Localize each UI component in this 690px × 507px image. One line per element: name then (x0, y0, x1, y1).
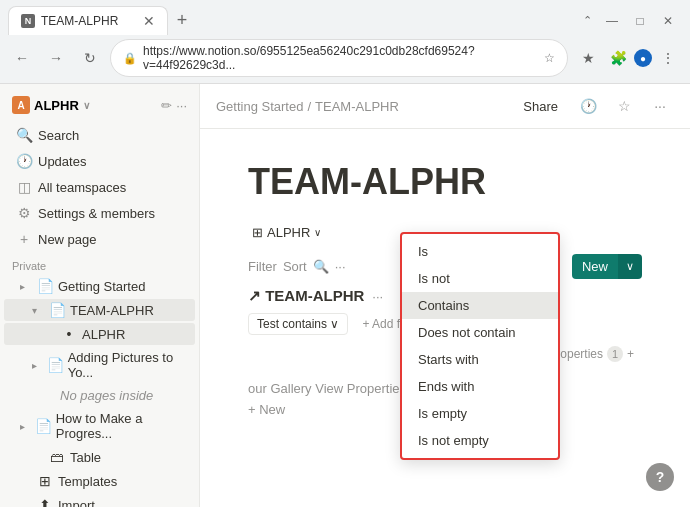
label-table: Table (70, 450, 101, 465)
sidebar-item-search[interactable]: 🔍 Search (4, 123, 195, 147)
url-text: https://www.notion.so/6955125ea56240c291… (143, 44, 538, 72)
sort-label[interactable]: Sort (283, 259, 307, 274)
dropdown-item-ends-with[interactable]: Ends with (402, 373, 558, 400)
dropdown-item-is-not[interactable]: Is not (402, 265, 558, 292)
icon-templates: ⊞ (36, 473, 54, 489)
more-browser-actions[interactable]: ⋮ (654, 44, 682, 72)
sidebar-label-search: Search (38, 128, 79, 143)
props-add-icon[interactable]: + (627, 347, 634, 361)
sidebar-item-settings[interactable]: ⚙ Settings & members (4, 201, 195, 225)
dropdown-item-does-not-contain[interactable]: Does not contain (402, 319, 558, 346)
more-icon[interactable]: ··· (646, 92, 674, 120)
tree-item-table[interactable]: 🗃 Table (4, 446, 195, 468)
breadcrumb-sep: / (307, 99, 311, 114)
bookmark-icon[interactable]: ☆ (544, 51, 555, 65)
sidebar-more-icon[interactable]: ··· (176, 98, 187, 113)
label-getting-started: Getting Started (58, 279, 145, 294)
icon-import: ⬆ (36, 497, 54, 507)
workspace-name[interactable]: A ALPHR ∨ (12, 96, 90, 114)
tree-item-templates[interactable]: ⊞ Templates (4, 470, 195, 492)
edit-icon[interactable]: ✏ (161, 98, 172, 113)
clock-icon[interactable]: 🕐 (574, 92, 602, 120)
dropdown-item-contains[interactable]: Contains (402, 292, 558, 319)
active-tab[interactable]: N TEAM-ALPHR ✕ (8, 6, 168, 35)
dropdown-item-is[interactable]: Is (402, 238, 558, 265)
tree-item-how-to-make[interactable]: ▸ 📄 How to Make a Progres... (4, 408, 195, 444)
settings-icon: ⚙ (16, 205, 32, 221)
page-title: TEAM-ALPHR (248, 161, 642, 203)
browser-chrome: N TEAM-ALPHR ✕ + ⌃ — □ ✕ ← → ↻ 🔒 https:/… (0, 0, 690, 84)
forward-button[interactable]: → (42, 44, 70, 72)
dropdown-item-is-empty[interactable]: Is empty (402, 400, 558, 427)
reload-button[interactable]: ↻ (76, 44, 104, 72)
lock-icon: 🔒 (123, 52, 137, 65)
breadcrumb-part1[interactable]: Getting Started (216, 99, 303, 114)
tree-item-adding-pictures[interactable]: ▸ 📄 Adding Pictures to Yo... (4, 347, 195, 383)
extension-star[interactable]: ★ (574, 44, 602, 72)
sidebar-item-teamspaces[interactable]: ◫ All teamspaces (4, 175, 195, 199)
sidebar-item-updates[interactable]: 🕐 Updates (4, 149, 195, 173)
app: A ALPHR ∨ ✏ ··· 🔍 Search 🕐 Updates ◫ All… (0, 84, 690, 507)
new-page-icon: + (16, 231, 32, 247)
new-arrow-button[interactable]: ∨ (618, 254, 642, 279)
label-templates: Templates (58, 474, 117, 489)
sidebar-section-private: Private (0, 252, 199, 274)
share-button[interactable]: Share (515, 95, 566, 118)
db-search-icon[interactable]: 🔍 (313, 259, 329, 274)
tree-item-getting-started[interactable]: ▸ 📄 Getting Started (4, 275, 195, 297)
tree-item-team-alphr[interactable]: ▾ 📄 TEAM-ALPHR (4, 299, 195, 321)
db-owner-label: ALPHR (267, 225, 310, 240)
new-main-button[interactable]: New (572, 254, 618, 279)
filter-dropdown: Is Is not Contains Does not contain Star… (400, 232, 560, 460)
label-team-alphr: TEAM-ALPHR (70, 303, 154, 318)
tree-item-import[interactable]: ⬆ Import (4, 494, 195, 507)
dropdown-item-starts-with[interactable]: Starts with (402, 346, 558, 373)
workspace-header[interactable]: A ALPHR ∨ ✏ ··· (0, 92, 199, 118)
dropdown-label-does-not-contain: Does not contain (418, 325, 516, 340)
db-title-more[interactable]: ··· (372, 289, 383, 304)
tab-close-button[interactable]: ✕ (143, 13, 155, 29)
db-owner-icon: ⊞ (252, 225, 263, 240)
db-owner-chevron: ∨ (314, 227, 321, 238)
back-button[interactable]: ← (8, 44, 36, 72)
sidebar-label-new-page: New page (38, 232, 97, 247)
label-alphr: ALPHR (82, 327, 125, 342)
test-filter-chip[interactable]: Test contains ∨ (248, 313, 348, 335)
url-bar[interactable]: 🔒 https://www.notion.so/6955125ea56240c2… (110, 39, 568, 77)
dropdown-item-is-not-empty[interactable]: Is not empty (402, 427, 558, 454)
workspace-icon: A (12, 96, 30, 114)
icon-getting-started: 📄 (36, 278, 54, 294)
icon-team-alphr: 📄 (48, 302, 66, 318)
icon-adding-pictures: 📄 (47, 357, 64, 373)
icon-alphr: • (60, 326, 78, 342)
arrow-how-to-make: ▸ (20, 421, 31, 432)
top-actions: Share 🕐 ☆ ··· (515, 92, 674, 120)
dropdown-label-starts-with: Starts with (418, 352, 479, 367)
filter-label[interactable]: Filter (248, 259, 277, 274)
new-tab-button[interactable]: + (168, 7, 196, 35)
sidebar-label-teamspaces: All teamspaces (38, 180, 126, 195)
maximize-button[interactable]: □ (626, 7, 654, 35)
updates-icon: 🕐 (16, 153, 32, 169)
add-new-label: + New (248, 402, 285, 417)
arrow-adding-pictures: ▸ (32, 360, 43, 371)
close-button[interactable]: ✕ (654, 7, 682, 35)
sidebar-item-new-page[interactable]: + New page (4, 227, 195, 251)
dropdown-label-is-not: Is not (418, 271, 450, 286)
extension-browser[interactable]: ● (634, 49, 652, 67)
db-title: ↗ TEAM-ALPHR (248, 287, 364, 305)
top-bar: Getting Started / TEAM-ALPHR Share 🕐 ☆ ·… (200, 84, 690, 129)
arrow-getting-started: ▸ (20, 281, 32, 292)
minimize-button[interactable]: — (598, 7, 626, 35)
star-icon[interactable]: ☆ (610, 92, 638, 120)
tab-bar: N TEAM-ALPHR ✕ + ⌃ — □ ✕ (0, 0, 690, 35)
tree-item-alphr[interactable]: • ALPHR (4, 323, 195, 345)
dropdown-label-contains: Contains (418, 298, 469, 313)
workspace-label: ALPHR (34, 98, 79, 113)
breadcrumb-part2[interactable]: TEAM-ALPHR (315, 99, 399, 114)
db-more-icon[interactable]: ··· (335, 259, 346, 274)
address-bar: ← → ↻ 🔒 https://www.notion.so/6955125ea5… (0, 35, 690, 83)
extension-puzzle[interactable]: 🧩 (604, 44, 632, 72)
help-button[interactable]: ? (646, 463, 674, 491)
label-adding-pictures: Adding Pictures to Yo... (68, 350, 187, 380)
